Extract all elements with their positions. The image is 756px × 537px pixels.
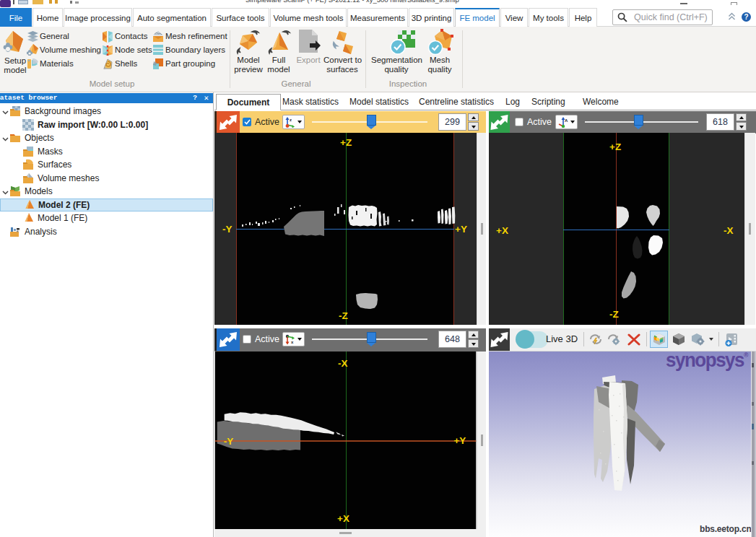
svg-text:-Z: -Z: [609, 309, 619, 320]
svg-text:-X: -X: [338, 358, 347, 369]
svg-text:+X: +X: [337, 513, 349, 524]
svg-text:-Y: -Y: [224, 436, 233, 447]
svg-text:-Z: -Z: [339, 310, 348, 321]
svg-text:x: x: [291, 340, 294, 344]
svg-text:A: A: [565, 118, 568, 123]
svg-text:+Z: +Z: [340, 137, 352, 148]
svg-text:+X: +X: [496, 225, 508, 236]
svg-text:-X: -X: [724, 225, 734, 236]
svg-text:-Y: -Y: [222, 224, 233, 235]
svg-text:+Y: +Y: [455, 224, 467, 235]
svg-text:+Y: +Y: [453, 435, 466, 446]
svg-text:z: z: [290, 118, 292, 122]
svg-text:+Z: +Z: [609, 141, 621, 152]
